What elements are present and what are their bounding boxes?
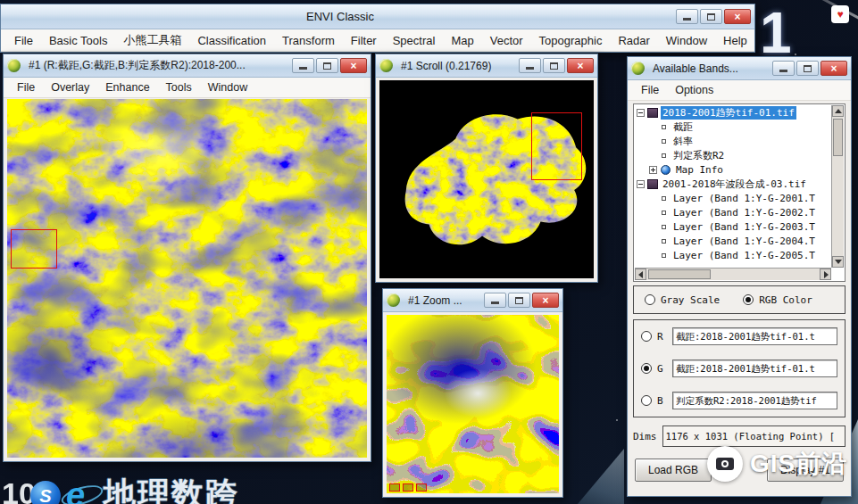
tree-item-label: 判定系数R2: [671, 149, 726, 162]
maximize-button[interactable]: [508, 293, 530, 308]
zoom-titlebar[interactable]: #1 Zoom ...: [383, 289, 562, 312]
zoom-extent-box[interactable]: [11, 229, 57, 269]
menu-item[interactable]: Spectral: [385, 34, 444, 47]
tree-item[interactable]: Map Info: [635, 162, 831, 177]
tree-item[interactable]: 2018-2001趋势tif-01.tif: [635, 105, 831, 120]
menu-item[interactable]: Topographic: [531, 34, 611, 47]
menu-item[interactable]: Enhance: [97, 81, 157, 94]
menu-item[interactable]: Options: [667, 84, 721, 96]
menu-item[interactable]: File: [6, 34, 41, 47]
radio-icon: [645, 294, 655, 305]
scroll-window-title: #1 Scroll (0.21769): [397, 60, 515, 72]
tree-item[interactable]: Layer (Band 1:Y-G-2003.T: [635, 219, 831, 234]
tree-item[interactable]: 斜率: [635, 134, 831, 148]
blue-band-field[interactable]: 判定系数R2:2018-2001趋势tif: [672, 392, 837, 409]
menu-item[interactable]: Vector: [482, 34, 531, 47]
collapse-icon[interactable]: [637, 180, 645, 188]
main-image-canvas[interactable]: [7, 99, 367, 458]
minimize-button[interactable]: [676, 9, 698, 24]
tree-item[interactable]: Layer (Band 1:Y-G-2002.T: [635, 205, 831, 219]
scroll-down-button[interactable]: [832, 256, 844, 268]
red-channel-radio[interactable]: [641, 331, 652, 342]
menu-item[interactable]: Window: [658, 34, 715, 47]
red-band-field[interactable]: 截距:2018-2001趋势tif-01.t: [672, 327, 837, 345]
close-button[interactable]: [567, 58, 594, 73]
close-button[interactable]: [821, 61, 847, 76]
minimize-button[interactable]: [292, 58, 314, 73]
menu-item[interactable]: Transform: [274, 34, 343, 47]
ie-logo: e: [66, 476, 85, 504]
vertical-scrollbar-thumb[interactable]: [833, 119, 843, 156]
close-button[interactable]: [724, 9, 751, 24]
file-icon: [647, 179, 658, 189]
window-buttons: [772, 61, 847, 76]
menu-item[interactable]: Basic Tools: [41, 34, 116, 47]
envi-window-title: ENVI Classic: [4, 10, 672, 23]
tree-item[interactable]: Layer (Band 1:Y-G-2004.T: [635, 234, 831, 248]
close-icon: [830, 63, 837, 74]
rgb-color-radio[interactable]: RGB Color: [743, 294, 812, 306]
scroll-titlebar[interactable]: #1 Scroll (0.21769): [376, 54, 597, 78]
maximize-icon: [550, 62, 558, 70]
minimize-icon: [299, 67, 307, 70]
green-channel-radio[interactable]: [641, 363, 652, 374]
menu-item[interactable]: 小熊工具箱: [115, 32, 189, 48]
blue-channel-radio[interactable]: [641, 395, 652, 406]
zoom-image-canvas[interactable]: [387, 315, 559, 493]
scroll-left-button[interactable]: [635, 269, 646, 280]
close-icon: [734, 12, 740, 22]
tree-item[interactable]: Layer (Band 1:Y-G-2005.T: [635, 248, 831, 262]
menu-item[interactable]: Tools: [158, 81, 200, 94]
minimize-button[interactable]: [484, 293, 506, 308]
menu-item[interactable]: Classification: [189, 34, 274, 47]
window-buttons: [292, 58, 367, 73]
maximize-button[interactable]: [543, 58, 565, 73]
menu-item[interactable]: Window: [200, 81, 255, 94]
green-band-field[interactable]: 截距:2018-2001趋势tif-01.t: [672, 359, 837, 377]
gray-scale-radio[interactable]: Gray Scale: [645, 294, 720, 306]
available-bands-window: Available Bands... FileOptions 2018-2001…: [627, 56, 852, 497]
minimize-button[interactable]: [519, 58, 541, 73]
scroll-right-button[interactable]: [820, 269, 831, 280]
close-button[interactable]: [532, 293, 559, 308]
zoom-out-button[interactable]: [389, 483, 400, 492]
maximize-button[interactable]: [700, 9, 722, 24]
dims-field-text: 1176 x 1031 (Floating Point) [: [666, 431, 836, 442]
watermark: GIS前沿: [707, 446, 847, 482]
menu-item[interactable]: Map: [443, 34, 481, 47]
display-titlebar[interactable]: #1 (R:截距,G:截距,B:判定系数R2):2018-200...: [4, 54, 371, 78]
menu-item[interactable]: Radar: [610, 34, 657, 47]
tree-horizontal-scrollbar[interactable]: [635, 268, 831, 280]
bands-menubar: FileOptions: [628, 80, 851, 101]
crosshair-toggle-button[interactable]: [416, 483, 427, 492]
tree-vertical-scrollbar[interactable]: [831, 105, 844, 268]
zoom-in-button[interactable]: [403, 483, 413, 492]
maximize-button[interactable]: [316, 58, 338, 73]
menu-item[interactable]: File: [633, 84, 667, 96]
scroll-up-button[interactable]: [832, 105, 844, 117]
tree-item[interactable]: 判定系数R2: [635, 148, 831, 162]
heart-icon: [831, 5, 849, 23]
tree-item-label: Layer (Band 1:Y-G-2001.T: [671, 193, 817, 204]
close-button[interactable]: [340, 58, 367, 73]
envi-titlebar[interactable]: ENVI Classic: [1, 4, 754, 29]
minimize-button[interactable]: [772, 61, 795, 76]
load-rgb-button[interactable]: Load RGB: [635, 459, 712, 482]
maximize-button[interactable]: [796, 61, 819, 76]
menu-item[interactable]: Overlay: [43, 81, 97, 94]
menu-item[interactable]: Help: [715, 34, 755, 47]
zoom-window: #1 Zoom ...: [382, 288, 563, 498]
collapse-icon[interactable]: [637, 109, 645, 117]
display-extent-box[interactable]: [531, 112, 582, 180]
scroll-image-canvas[interactable]: [379, 80, 594, 278]
horizontal-scrollbar-thumb[interactable]: [648, 269, 711, 279]
tree-item[interactable]: 截距: [635, 120, 831, 134]
tree-item[interactable]: 2001-2018年波段合成-03.tif: [635, 177, 831, 191]
bands-titlebar[interactable]: Available Bands...: [628, 57, 851, 80]
menu-item[interactable]: File: [9, 81, 43, 94]
tree-item[interactable]: Layer (Band 1:Y-G-2001.T: [635, 191, 831, 205]
menu-item[interactable]: Filter: [343, 34, 385, 47]
green-channel-row: G 截距:2018-2001趋势tif-01.t: [641, 357, 837, 380]
expand-icon[interactable]: [649, 166, 657, 174]
channel-label: R: [657, 331, 667, 343]
